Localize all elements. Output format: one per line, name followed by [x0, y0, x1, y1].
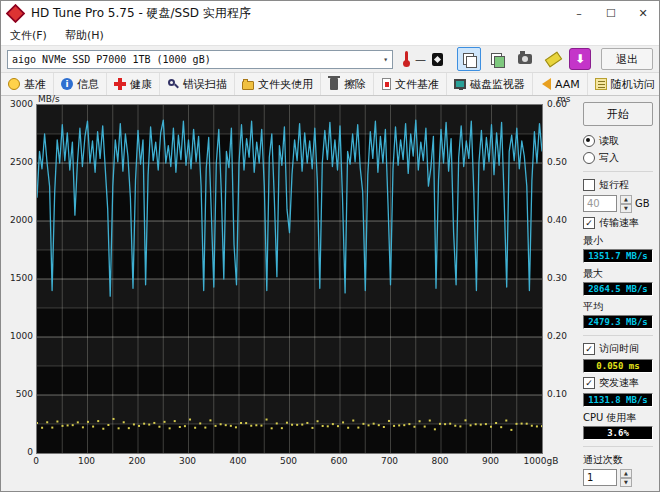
x-axis-tick: 100: [65, 456, 109, 466]
start-button-label: 开始: [607, 107, 629, 122]
divider: [583, 335, 653, 336]
short-stroke-stepper[interactable]: ▲▼: [620, 195, 632, 212]
transfer-rate-checkbox[interactable]: ✓ 传输速率: [583, 216, 653, 230]
tab-磁盘监视器[interactable]: 磁盘监视器: [447, 73, 533, 95]
left-axis-tick: 2500: [5, 157, 33, 167]
tab-错误扫描[interactable]: 错误扫描: [160, 73, 235, 95]
pass-count-input[interactable]: 1: [583, 469, 617, 486]
minimize-button[interactable]: –: [563, 1, 595, 25]
copy-icon: [463, 53, 475, 66]
chevron-down-icon: ▾: [383, 55, 388, 64]
info-icon: i: [61, 78, 73, 90]
right-axis-tick: 0.50: [547, 157, 577, 167]
drive-select[interactable]: aigo NVMe SSD P7000 1TB (1000 gB) ▾: [7, 50, 393, 69]
x-axis-tick: 600: [317, 456, 361, 466]
copy-image-button[interactable]: [485, 47, 509, 71]
screenshot-button[interactable]: [513, 47, 537, 71]
tab-AAM[interactable]: AAM: [533, 73, 588, 95]
radio-icon: [583, 135, 595, 147]
tab-文件夹使用[interactable]: 文件夹使用: [235, 73, 321, 95]
start-button[interactable]: 开始: [583, 102, 653, 126]
min-value: 1351.7 MB/s: [583, 249, 653, 263]
checkbox-icon: ✓: [583, 377, 595, 389]
tab-label: 文件基准: [395, 77, 439, 92]
title-bar: HD Tune Pro 5.75 - 硬盘/SSD 实用程序 – ☐ ✕: [1, 1, 659, 25]
access-time-checkbox[interactable]: ✓ 访问时间: [583, 342, 653, 356]
write-radio[interactable]: 写入: [583, 151, 653, 165]
menu-item-0[interactable]: 文件(F): [1, 26, 56, 45]
short-stroke-checkbox[interactable]: 短行程: [583, 178, 653, 192]
window-title: HD Tune Pro 5.75 - 硬盘/SSD 实用程序: [31, 5, 251, 22]
benchmark-chart: [36, 104, 543, 454]
save-results-button[interactable]: ⬇: [569, 48, 591, 70]
tab-label: 基准: [24, 77, 46, 92]
cpu-usage-value: 3.6%: [583, 426, 653, 440]
random-access-icon: [595, 78, 607, 90]
tab-label: 健康: [130, 77, 152, 92]
divider: [583, 171, 653, 172]
divider: [583, 446, 653, 447]
camera-icon: [518, 54, 532, 64]
read-radio[interactable]: 读取: [583, 134, 653, 148]
checkbox-icon: ✓: [583, 217, 595, 229]
power-icon: [432, 53, 443, 66]
download-icon: ⬇: [575, 52, 585, 66]
folder-usage-icon: [242, 81, 254, 90]
benchmark-icon: [8, 78, 20, 90]
tab-label: 磁盘监视器: [470, 77, 525, 92]
maximize-button[interactable]: ☐: [595, 1, 627, 25]
x-axis-tick: 900: [469, 456, 513, 466]
exit-button[interactable]: 退出: [601, 48, 653, 70]
burst-rate-checkbox[interactable]: ✓ 突发速率: [583, 376, 653, 390]
tab-擦除[interactable]: 擦除: [321, 73, 374, 95]
tab-文件基准[interactable]: 文件基准: [374, 73, 447, 95]
left-axis-tick: 2000: [5, 215, 33, 225]
left-axis-tick: 1500: [5, 273, 33, 283]
pass-count-label: 通过次数: [583, 453, 653, 467]
tab-信息[interactable]: i信息: [54, 73, 107, 95]
x-axis-tick: 800: [418, 456, 462, 466]
avg-label: 平均: [583, 300, 653, 314]
access-time-label: 访问时间: [599, 342, 639, 356]
tab-健康[interactable]: 健康: [107, 73, 160, 95]
app-window: HD Tune Pro 5.75 - 硬盘/SSD 实用程序 – ☐ ✕ 文件(…: [0, 0, 660, 492]
right-axis-tick: 0.20: [547, 331, 577, 341]
x-axis-tick: 200: [115, 456, 159, 466]
right-axis-tick: 0.30: [547, 273, 577, 283]
toolbar: aigo NVMe SSD P7000 1TB (1000 gB) ▾ — ⬇ …: [1, 46, 659, 72]
write-radio-label: 写入: [599, 151, 619, 165]
tab-随机访问[interactable]: 随机访问: [588, 73, 660, 95]
right-axis-tick: 0.10: [547, 389, 577, 399]
checkbox-icon: ✓: [583, 343, 595, 355]
x-axis-tick: 400: [216, 456, 260, 466]
short-stroke-input[interactable]: 40: [583, 195, 617, 212]
transfer-rate-label: 传输速率: [599, 216, 639, 230]
app-icon: [6, 3, 25, 22]
tab-label: 错误扫描: [183, 77, 227, 92]
left-axis-tick: 500: [5, 389, 33, 399]
tab-label: 文件夹使用: [258, 77, 313, 92]
close-button[interactable]: ✕: [627, 1, 659, 25]
menu-item-1[interactable]: 帮助(H): [56, 26, 113, 45]
left-axis-unit: MB/s: [38, 94, 60, 104]
thermometer-icon: [403, 51, 410, 67]
menu-bar: 文件(F)帮助(H): [1, 25, 659, 46]
read-radio-label: 读取: [599, 134, 619, 148]
pass-count-stepper[interactable]: ▲▼: [620, 469, 632, 486]
right-axis-tick: 0.40: [547, 215, 577, 225]
copy-button[interactable]: [457, 47, 481, 71]
highlight-button[interactable]: [541, 47, 565, 71]
min-label: 最小: [583, 234, 653, 248]
tab-基准[interactable]: 基准: [1, 73, 54, 95]
cpu-usage-label: CPU 使用率: [583, 411, 653, 425]
tab-label: 擦除: [344, 77, 366, 92]
access-time-value: 0.050 ms: [583, 359, 653, 373]
control-panel: 开始 读取 写入 短行程 40 ▲▼ GB ✓ 传输速率: [577, 96, 657, 492]
x-axis-tick: 0: [14, 456, 58, 466]
tab-label: 随机访问: [611, 77, 655, 92]
marker-icon: [544, 51, 561, 67]
burst-rate-label: 突发速率: [599, 376, 639, 390]
checkbox-icon: [583, 179, 595, 191]
copy-image-icon: [491, 53, 503, 66]
drive-select-value: aigo NVMe SSD P7000 1TB (1000 gB): [12, 54, 211, 65]
